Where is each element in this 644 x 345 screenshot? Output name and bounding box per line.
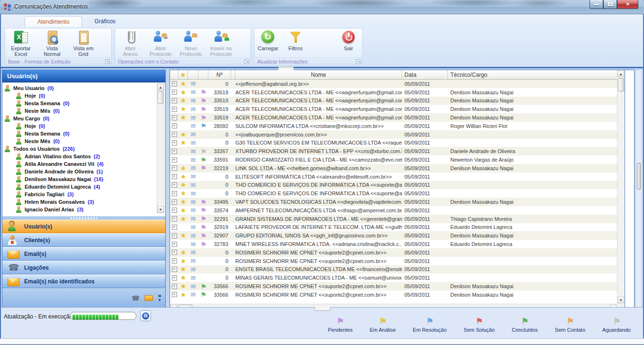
star-icon[interactable] [181,139,186,146]
star-icon[interactable] [181,266,186,272]
tree-scrollbar-thumb[interactable] [158,91,163,104]
tree-item[interactable]: Hoje (0) [4,92,165,100]
ribbon-button[interactable]: Abrir Protocolo [145,29,176,57]
header-tecnico[interactable]: Técnico/Cargo [448,70,617,79]
tree-item[interactable]: Fabrício Tagliari (3) [4,191,165,198]
tree-scrollbar[interactable]: ▲ ▼ [157,83,164,213]
ribbon-button[interactable]: Vista Normal [36,29,68,57]
table-row[interactable]: 32907 GRUPO EDITORIAL SINOS SA <<pgh_inf… [170,231,617,240]
star-icon[interactable] [181,173,186,180]
star-icon[interactable] [181,274,186,281]
table-row[interactable]: 0 ROSIMERI SCHNORR ME CPNET <<suporte2@c… [170,248,617,257]
star-icon[interactable] [181,199,186,205]
tree-item[interactable]: Adrian Vitalino dos Santos (2) [4,153,165,160]
more-panels-icon[interactable]: »▼ [158,293,161,303]
expand-icon[interactable] [172,225,177,230]
table-row[interactable]: 0 MINAS GERAIS TELECOMUNICACOES LTDA - M… [170,273,617,282]
vertical-scrollbar-thumb[interactable] [618,78,624,91]
table-row[interactable]: 32219 LINK SOL LTDA - ME <<helbert.gomes… [170,164,617,172]
ribbon-button[interactable]: Novo Protocolo [176,29,206,57]
minimize-button[interactable] [590,0,603,9]
star-icon[interactable] [181,106,186,112]
table-row[interactable]: 33591 RODRIGO CAMOZZATO FIEL E CIA LTDA … [170,155,617,164]
scroll-down-icon[interactable]: ▼ [157,206,164,213]
header-star-col[interactable] [179,70,188,79]
expand-icon[interactable] [172,216,177,221]
expand-icon[interactable] [172,191,177,196]
statusbar-grip[interactable] [314,307,331,311]
tree-item[interactable]: Neste Mês (0) [4,137,165,145]
scroll-up-icon[interactable]: ▲ [617,71,624,77]
star-icon[interactable] [181,291,186,298]
table-row[interactable]: 32783 MNET WIRELESS INFORMATICA LTDA. <<… [170,240,617,248]
expand-icon[interactable] [172,81,177,86]
dialog-launcher-icon[interactable]: ↘ [244,59,249,64]
table-row[interactable]: 0 THD COMERCIO E SERVIÇOS DE INFORMÁTICA… [170,189,617,198]
phone-warning-icon[interactable]: ☎ [132,294,140,302]
star-icon[interactable] [181,190,186,197]
table-row[interactable]: 0 G30 TELECOM SERVICOS EM TELECOMUNICACO… [170,139,617,147]
table-row[interactable]: 32919 LAFAIETE PROVEDOR DE INTERNET E TE… [170,223,617,232]
tree-item[interactable]: Eduardo Detomini Lagreca (4) [4,183,165,191]
expand-icon[interactable] [172,115,177,120]
accordion-panel[interactable]: Ligações [2,261,165,274]
dialog-launcher-icon[interactable]: ↘ [105,59,110,64]
accordion-panel[interactable]: Email(s) [2,247,165,261]
tree-item[interactable]: Meu Cargo (0) [4,115,165,122]
expand-icon[interactable] [172,267,177,272]
table-row[interactable]: 0 <<joalbuquerque@prservicos.com.br>> 05… [170,130,617,139]
ribbon-tab[interactable]: Atendimento [25,16,82,27]
table-row[interactable]: 33267 XTURBO PROVEDOR DE INTERNET LTDA -… [170,147,617,155]
star-icon[interactable] [181,216,186,222]
accordion-panel[interactable]: Usuário(s) [2,219,165,233]
star-icon[interactable] [181,165,186,172]
scroll-down-icon[interactable]: ▼ [617,297,624,303]
ribbon-button[interactable]: Inserir no Protocolo [206,29,236,57]
table-row[interactable]: 0 <<jefferson@agabrasil.org.br>> 05/09/2… [170,80,617,88]
table-row[interactable]: 0 ENSITE BRASIL TELECOMUNICACOES LTDA ME… [170,265,617,274]
expand-icon[interactable] [172,233,177,238]
header-data[interactable]: Data [402,70,448,79]
outer-scrollbar-thumb[interactable] [637,163,641,190]
accordion-panel[interactable]: Cliente(s) [2,233,165,247]
expand-icon[interactable] [172,250,177,255]
star-icon[interactable] [181,283,186,290]
star-icon[interactable] [181,131,186,138]
table-row[interactable]: 33574 AMPERNET TELECOMUNICAÇÕES LTDA <<t… [170,206,617,215]
tree-item[interactable]: Nesta Semana (0) [4,130,165,137]
star-icon[interactable] [181,232,186,239]
expand-icon[interactable] [172,258,177,263]
star-icon[interactable] [181,81,186,87]
table-row[interactable]: 33566 ROSIMERI SCHNORR ME CPNET <<suport… [170,291,617,299]
sidebar-splitter[interactable] [2,216,165,219]
table-row[interactable]: 0 ELITESOFT INFORMÁTICA LTDA <<alexandro… [170,172,617,181]
table-row[interactable]: 33566 ROSIMERI SCHNORR ME CPNET <<suport… [170,282,617,291]
table-row[interactable]: 28092 SULCOM INFORMATICA LTDA <<cristian… [170,122,617,130]
expand-icon[interactable] [172,132,177,137]
close-button[interactable]: × [617,0,638,9]
envelope-small-icon[interactable] [144,295,153,301]
table-row[interactable]: 0 THD COMERCIO E SERVIÇOS DE INFORMÁTICA… [170,181,617,190]
ribbon-button[interactable]: Exportar Excel [5,29,36,57]
expand-icon[interactable] [172,107,177,112]
header-mail-col[interactable] [188,70,198,79]
ribbon-button[interactable]: Carregar [254,29,282,51]
star-icon[interactable] [181,97,186,104]
expand-icon[interactable] [172,157,177,163]
tree-item[interactable]: Hoje (0) [4,122,165,130]
table-row[interactable]: 33519 ACER TELECOMUNICACOES LTDA - ME <<… [170,105,617,113]
header-nome[interactable]: Nome [235,70,402,79]
expand-icon[interactable] [172,208,177,213]
header-flag-col[interactable] [198,70,208,79]
maximize-button[interactable] [603,0,617,9]
dialog-launcher-icon[interactable]: ↘ [356,59,361,64]
star-icon[interactable] [181,114,186,121]
table-row[interactable]: 0 ROSIMERI SCHNORR ME CPNET <<suporte2@c… [170,257,617,265]
expand-icon[interactable] [172,140,177,145]
ribbon-button[interactable]: Abrir Anexo [115,29,145,57]
table-row[interactable]: 33519 ACER TELECOMUNICACOES LTDA - ME <<… [170,113,617,122]
expand-icon[interactable] [172,149,177,154]
expand-icon[interactable] [172,90,177,95]
expand-icon[interactable] [172,98,177,103]
expand-icon[interactable] [172,292,177,297]
